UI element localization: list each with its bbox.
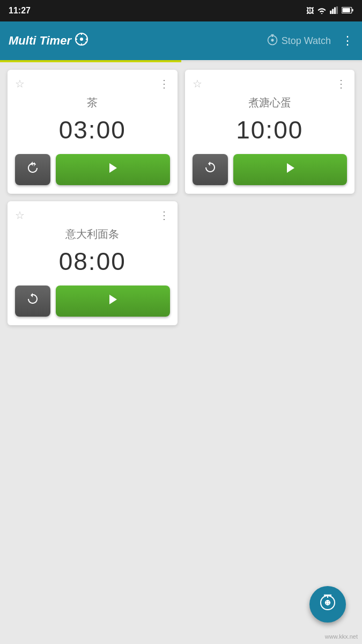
reset-icon-pasta [26, 292, 40, 310]
play-button-tea[interactable] [56, 154, 170, 185]
card-header-pasta: ☆ ⋮ [15, 209, 170, 222]
favorite-icon-tea[interactable]: ☆ [15, 77, 25, 90]
play-button-pasta[interactable] [56, 286, 170, 317]
svg-rect-6 [343, 8, 350, 12]
timer-name-pasta: 意大利面条 [15, 227, 170, 241]
stopwatch-tab[interactable]: Stop Watch [267, 34, 331, 48]
more-dots-egg[interactable]: ⋮ [336, 77, 347, 90]
timer-card-egg: ☆ ⋮ 煮溏心蛋 10:00 [185, 70, 355, 194]
play-icon-tea [105, 160, 120, 179]
add-timer-fab[interactable] [309, 586, 346, 623]
timer-name-tea: 茶 [15, 96, 170, 110]
svg-marker-20 [287, 163, 294, 173]
card-buttons-egg [193, 154, 348, 185]
card-buttons-pasta [15, 286, 170, 317]
timer-time-tea: 03:00 [15, 115, 170, 144]
timer-time-pasta: 08:00 [15, 247, 170, 276]
reset-icon-tea [26, 161, 40, 179]
play-button-egg[interactable] [233, 154, 348, 185]
timer-time-egg: 10:00 [193, 115, 348, 144]
svg-point-16 [271, 39, 274, 41]
favorite-icon-egg[interactable]: ☆ [193, 77, 202, 90]
more-dots-pasta[interactable]: ⋮ [159, 209, 170, 222]
card-header-egg: ☆ ⋮ [193, 77, 348, 90]
reset-icon-egg [203, 161, 217, 179]
card-buttons-tea [15, 154, 170, 185]
play-icon-pasta [105, 292, 120, 311]
stopwatch-tab-label: Stop Watch [282, 35, 331, 47]
status-bar: 11:27 🖼 [0, 0, 362, 21]
status-time: 11:27 [9, 6, 31, 16]
fab-icon [319, 594, 337, 616]
svg-rect-5 [352, 9, 353, 12]
svg-point-8 [80, 38, 83, 41]
svg-rect-2 [334, 7, 336, 13]
stopwatch-tab-icon [267, 34, 278, 48]
play-icon-egg [283, 160, 298, 179]
app-title-icon [75, 32, 88, 49]
svg-rect-3 [336, 6, 338, 14]
app-bar: Multi Timer Stop Watch ⋮ [0, 21, 362, 60]
signal-icon [330, 6, 338, 16]
timer-card-pasta: ☆ ⋮ 意大利面条 08:00 [8, 201, 178, 325]
card-header-tea: ☆ ⋮ [15, 77, 170, 90]
reset-button-tea[interactable] [15, 154, 50, 185]
tab-indicator [0, 60, 362, 62]
svg-marker-19 [109, 163, 117, 173]
tab-indicator-active [0, 60, 181, 62]
svg-rect-1 [332, 9, 334, 13]
app-title: Multi Timer [9, 32, 88, 49]
status-icons: 🖼 [306, 6, 353, 16]
more-dots-tea[interactable]: ⋮ [159, 77, 170, 90]
svg-marker-21 [109, 295, 117, 304]
reset-button-egg[interactable] [193, 154, 228, 185]
timer-name-egg: 煮溏心蛋 [193, 96, 348, 110]
watermark: www.kkx.net [325, 633, 358, 640]
reset-button-pasta[interactable] [15, 286, 50, 317]
photo-icon: 🖼 [306, 6, 314, 15]
more-menu-icon[interactable]: ⋮ [342, 34, 353, 48]
svg-rect-0 [330, 10, 331, 13]
favorite-icon-pasta[interactable]: ☆ [15, 209, 25, 222]
battery-icon [342, 6, 353, 15]
wifi-icon [317, 6, 327, 16]
app-title-text: Multi Timer [9, 34, 71, 48]
content-area: ☆ ⋮ 茶 03:00 [0, 62, 362, 333]
timer-card-tea: ☆ ⋮ 茶 03:00 [8, 70, 178, 194]
